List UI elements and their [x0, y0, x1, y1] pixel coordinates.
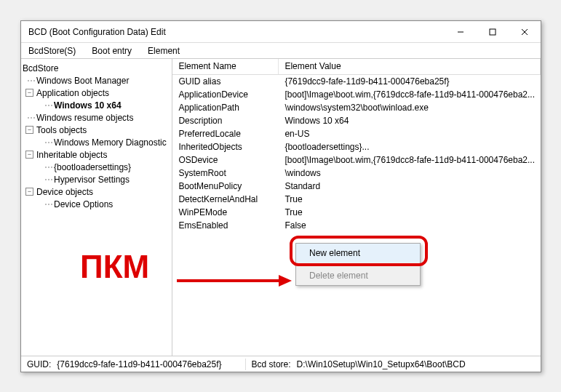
status-store-label: Bcd store: [252, 359, 291, 369]
tree-panel[interactable]: BcdStore ⋯Windows Boot Manager −Applicat… [21, 59, 172, 356]
minimize-button[interactable] [445, 21, 477, 43]
statusbar: GUID: {7619dcc9-fafe-11d9-b411-000476eba… [21, 356, 541, 372]
collapse-icon[interactable]: − [25, 188, 33, 196]
titlebar[interactable]: BCD (Boot Configuration Data) Edit [21, 21, 541, 43]
collapse-icon[interactable]: − [25, 89, 33, 97]
list-item[interactable]: EmsEnabledFalse [172, 219, 541, 232]
list-body: GUID alias{7619dcc9-fafe-11d9-b411-00047… [172, 75, 541, 232]
list-item[interactable]: SystemRoot\windows [172, 167, 541, 180]
tree-line-icon: ⋯ [44, 137, 52, 148]
menubar: BcdStore(S) Boot entry Element [21, 43, 541, 59]
list-item[interactable]: OSDevice[boot]\Image\boot.wim,{7619dcc8-… [172, 153, 541, 167]
column-header-name[interactable]: Element Name [172, 59, 279, 74]
ctx-delete-element[interactable]: Delete element [296, 266, 420, 285]
collapse-icon[interactable]: − [25, 151, 33, 159]
tree-item[interactable]: ⋯{bootloadersettings} [23, 161, 170, 173]
ctx-new-element[interactable]: New element [296, 244, 420, 263]
status-guid-value: {7619dcc9-fafe-11d9-b411-000476eba25f} [57, 359, 221, 369]
tree-item[interactable]: −Application objects [23, 87, 170, 99]
collapse-icon[interactable]: − [25, 126, 33, 134]
list-header: Element Name Element Value [172, 59, 541, 75]
column-header-value[interactable]: Element Value [279, 59, 541, 74]
tree-line-icon: ⋯ [44, 162, 52, 172]
list-panel[interactable]: Element Name Element Value GUID alias{76… [172, 59, 541, 356]
svg-rect-1 [490, 29, 496, 35]
list-item[interactable]: ApplicationPath\windows\system32\boot\wi… [172, 101, 541, 114]
list-item[interactable]: DetectKernelAndHalTrue [172, 193, 541, 206]
tree-item[interactable]: ⋯Windows Boot Manager [23, 74, 170, 87]
tree-item[interactable]: −Tools objects [23, 124, 170, 136]
menu-element[interactable]: Element [145, 44, 183, 57]
list-item[interactable]: PreferredLocaleen-US [172, 127, 541, 140]
tree-root[interactable]: BcdStore [23, 62, 170, 74]
status-guid-label: GUID: [27, 359, 51, 369]
tree-item-selected[interactable]: ⋯Windows 10 x64 [23, 99, 170, 111]
status-store-value: D:\Win10Setup\Win10_Setupx64\Boot\BCD [297, 359, 466, 369]
list-item[interactable]: BootMenuPolicyStandard [172, 180, 541, 193]
divider [298, 264, 418, 265]
list-item[interactable]: InheritedObjects{bootloadersettings}... [172, 140, 541, 153]
list-item[interactable]: ApplicationDevice[boot]\Image\boot.wim,{… [172, 88, 541, 101]
menu-bcdstore[interactable]: BcdStore(S) [25, 44, 79, 57]
divider [245, 359, 246, 370]
list-item[interactable]: DescriptionWindows 10 x64 [172, 114, 541, 127]
list-item[interactable]: GUID alias{7619dcc9-fafe-11d9-b411-00047… [172, 75, 541, 88]
maximize-button[interactable] [477, 21, 509, 43]
close-button[interactable] [509, 21, 541, 43]
tree-line-icon: ⋯ [44, 199, 52, 209]
tree-line-icon: ⋯ [44, 175, 52, 185]
tree-item[interactable]: ⋯Windows resume objects [23, 111, 170, 124]
tree-item[interactable]: ⋯Device Options [23, 198, 170, 210]
tree-item[interactable]: −Device objects [23, 185, 170, 198]
tree-item[interactable]: ⋯Hypervisor Settings [23, 173, 170, 185]
tree-line-icon: ⋯ [44, 100, 52, 111]
context-menu: New element Delete element [295, 243, 421, 286]
window-title: BCD (Boot Configuration Data) Edit [28, 27, 445, 37]
tree-item[interactable]: −Inheritable objects [23, 148, 170, 161]
list-item[interactable]: WinPEModeTrue [172, 206, 541, 219]
tree-item[interactable]: ⋯Windows Memory Diagnostic [23, 136, 170, 148]
app-window: BCD (Boot Configuration Data) Edit BcdSt… [20, 20, 541, 372]
menu-bootentry[interactable]: Boot entry [89, 44, 135, 57]
tree-line-icon: ⋯ [27, 76, 35, 86]
tree-line-icon: ⋯ [27, 113, 35, 123]
